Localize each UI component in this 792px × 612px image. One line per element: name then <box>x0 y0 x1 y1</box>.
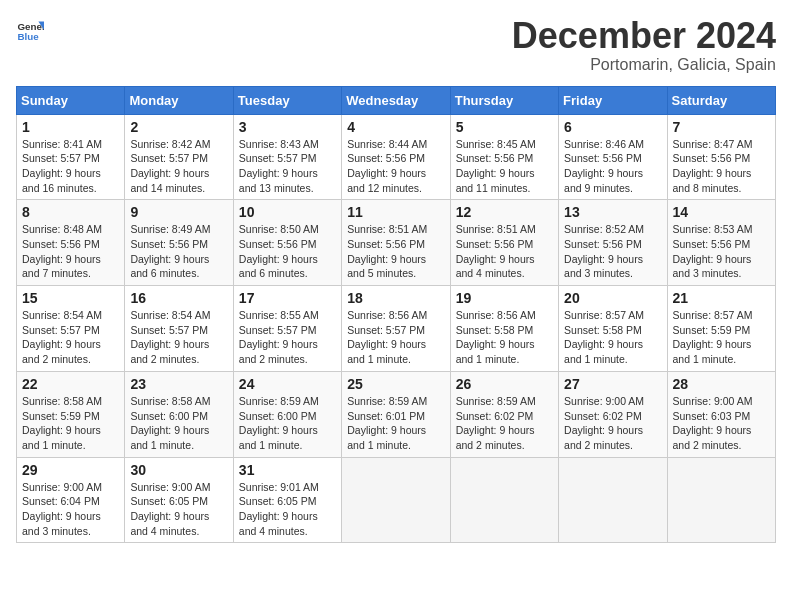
day-27: 27 Sunrise: 9:00 AMSunset: 6:02 PMDaylig… <box>559 371 667 457</box>
svg-text:Blue: Blue <box>17 31 39 42</box>
empty-cell-2 <box>450 457 558 543</box>
day-3: 3 Sunrise: 8:43 AMSunset: 5:57 PMDayligh… <box>233 114 341 200</box>
day-1: 1 Sunrise: 8:41 AMSunset: 5:57 PMDayligh… <box>17 114 125 200</box>
col-sunday: Sunday <box>17 86 125 114</box>
header: General Blue December 2024 Portomarin, G… <box>16 16 776 74</box>
day-13: 13 Sunrise: 8:52 AMSunset: 5:56 PMDaylig… <box>559 200 667 286</box>
col-thursday: Thursday <box>450 86 558 114</box>
month-title: December 2024 <box>512 16 776 56</box>
day-9: 9 Sunrise: 8:49 AMSunset: 5:56 PMDayligh… <box>125 200 233 286</box>
title-area: December 2024 Portomarin, Galicia, Spain <box>512 16 776 74</box>
day-21: 21 Sunrise: 8:57 AMSunset: 5:59 PMDaylig… <box>667 286 775 372</box>
calendar-table: Sunday Monday Tuesday Wednesday Thursday… <box>16 86 776 544</box>
col-wednesday: Wednesday <box>342 86 450 114</box>
day-18: 18 Sunrise: 8:56 AMSunset: 5:57 PMDaylig… <box>342 286 450 372</box>
day-4: 4 Sunrise: 8:44 AMSunset: 5:56 PMDayligh… <box>342 114 450 200</box>
logo: General Blue <box>16 16 44 44</box>
week-2: 8 Sunrise: 8:48 AMSunset: 5:56 PMDayligh… <box>17 200 776 286</box>
day-25: 25 Sunrise: 8:59 AMSunset: 6:01 PMDaylig… <box>342 371 450 457</box>
col-saturday: Saturday <box>667 86 775 114</box>
day-23: 23 Sunrise: 8:58 AMSunset: 6:00 PMDaylig… <box>125 371 233 457</box>
day-16: 16 Sunrise: 8:54 AMSunset: 5:57 PMDaylig… <box>125 286 233 372</box>
day-14: 14 Sunrise: 8:53 AMSunset: 5:56 PMDaylig… <box>667 200 775 286</box>
week-3: 15 Sunrise: 8:54 AMSunset: 5:57 PMDaylig… <box>17 286 776 372</box>
col-tuesday: Tuesday <box>233 86 341 114</box>
location-title: Portomarin, Galicia, Spain <box>512 56 776 74</box>
empty-cell-3 <box>559 457 667 543</box>
day-11: 11 Sunrise: 8:51 AMSunset: 5:56 PMDaylig… <box>342 200 450 286</box>
empty-cell-1 <box>342 457 450 543</box>
day-31: 31 Sunrise: 9:01 AMSunset: 6:05 PMDaylig… <box>233 457 341 543</box>
week-1: 1 Sunrise: 8:41 AMSunset: 5:57 PMDayligh… <box>17 114 776 200</box>
day-26: 26 Sunrise: 8:59 AMSunset: 6:02 PMDaylig… <box>450 371 558 457</box>
day-20: 20 Sunrise: 8:57 AMSunset: 5:58 PMDaylig… <box>559 286 667 372</box>
day-6: 6 Sunrise: 8:46 AMSunset: 5:56 PMDayligh… <box>559 114 667 200</box>
day-5: 5 Sunrise: 8:45 AMSunset: 5:56 PMDayligh… <box>450 114 558 200</box>
day-24: 24 Sunrise: 8:59 AMSunset: 6:00 PMDaylig… <box>233 371 341 457</box>
day-30: 30 Sunrise: 9:00 AMSunset: 6:05 PMDaylig… <box>125 457 233 543</box>
day-12: 12 Sunrise: 8:51 AMSunset: 5:56 PMDaylig… <box>450 200 558 286</box>
day-17: 17 Sunrise: 8:55 AMSunset: 5:57 PMDaylig… <box>233 286 341 372</box>
week-5: 29 Sunrise: 9:00 AMSunset: 6:04 PMDaylig… <box>17 457 776 543</box>
day-19: 19 Sunrise: 8:56 AMSunset: 5:58 PMDaylig… <box>450 286 558 372</box>
day-8: 8 Sunrise: 8:48 AMSunset: 5:56 PMDayligh… <box>17 200 125 286</box>
day-29: 29 Sunrise: 9:00 AMSunset: 6:04 PMDaylig… <box>17 457 125 543</box>
empty-cell-4 <box>667 457 775 543</box>
col-monday: Monday <box>125 86 233 114</box>
week-4: 22 Sunrise: 8:58 AMSunset: 5:59 PMDaylig… <box>17 371 776 457</box>
col-friday: Friday <box>559 86 667 114</box>
day-7: 7 Sunrise: 8:47 AMSunset: 5:56 PMDayligh… <box>667 114 775 200</box>
day-15: 15 Sunrise: 8:54 AMSunset: 5:57 PMDaylig… <box>17 286 125 372</box>
day-10: 10 Sunrise: 8:50 AMSunset: 5:56 PMDaylig… <box>233 200 341 286</box>
day-22: 22 Sunrise: 8:58 AMSunset: 5:59 PMDaylig… <box>17 371 125 457</box>
day-2: 2 Sunrise: 8:42 AMSunset: 5:57 PMDayligh… <box>125 114 233 200</box>
logo-icon: General Blue <box>16 16 44 44</box>
day-28: 28 Sunrise: 9:00 AMSunset: 6:03 PMDaylig… <box>667 371 775 457</box>
